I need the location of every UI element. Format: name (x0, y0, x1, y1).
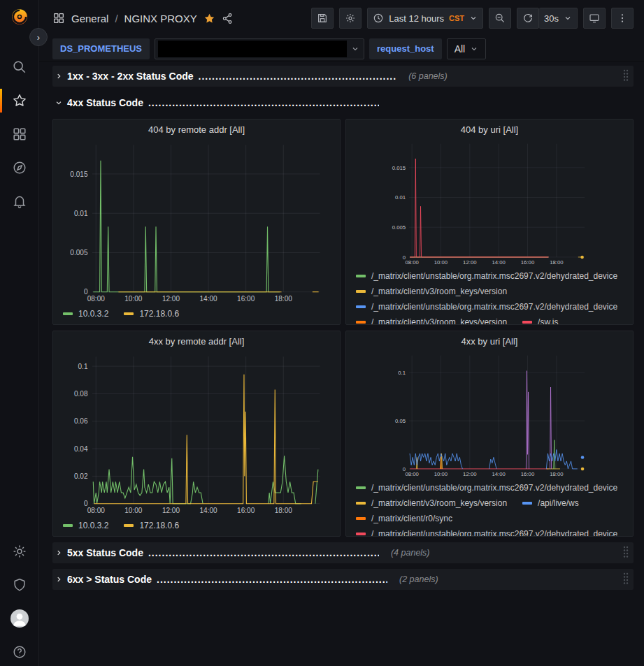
sidebar-item-dashboards[interactable] (0, 126, 39, 143)
gear-icon (12, 544, 27, 559)
row-header-1xx-3xx-2xx[interactable]: 1xx - 3xx - 2xx Status Code ............… (52, 66, 634, 87)
row-drag-handle[interactable] (622, 545, 629, 560)
panel-title[interactable]: 404 by uri [All] (346, 120, 633, 140)
x-tick-label: 14:00 (492, 471, 505, 477)
sidebar-expand-button[interactable]: › (29, 28, 48, 46)
x-tick-label: 18:00 (550, 259, 563, 266)
row-header-6xx[interactable]: 6xx > Status Code ......................… (52, 569, 634, 590)
sidebar-item-explore[interactable] (0, 159, 39, 176)
chart-canvas: 00.050.108:0010:0012:0014:0016:0018:00 (346, 352, 633, 479)
refresh-interval-value: 30s (544, 13, 559, 24)
row-panel-count: (2 panels) (399, 574, 438, 584)
more-options-button[interactable] (611, 8, 634, 29)
breadcrumb-section[interactable]: General (71, 13, 108, 24)
legend-item[interactable]: /_matrix/client/r0/sync (356, 514, 452, 523)
legend-item[interactable]: /_matrix/client/v3/room_keys/version (356, 317, 507, 324)
zoom-out-time-button[interactable] (489, 8, 511, 29)
refresh-interval-dropdown[interactable]: 30s (539, 8, 578, 29)
row-header-4xx[interactable]: 4xx Status Code ........................… (52, 92, 634, 113)
chevron-down-icon (564, 14, 572, 22)
legend-item[interactable]: /api/live/ws (522, 498, 579, 508)
search-icon (12, 59, 27, 75)
row-drag-handle[interactable] (622, 68, 629, 84)
gear-icon (345, 13, 356, 24)
legend-color-swatch (63, 524, 73, 527)
legend-item[interactable]: 10.0.3.2 (63, 309, 108, 319)
panel-title[interactable]: 4xx by uri [All] (346, 331, 633, 352)
y-tick-label: 0.015 (392, 165, 406, 171)
legend-color-swatch (356, 533, 366, 535)
zoom-out-icon (494, 13, 506, 24)
series-line (269, 456, 301, 504)
y-tick-label: 0.06 (74, 417, 88, 425)
chevron-right-icon (55, 549, 62, 556)
variable-label-request-host[interactable]: request_host (369, 38, 442, 59)
sidebar-item-starred[interactable] (0, 92, 39, 109)
dashboard-scroll-area: 1xx - 3xx - 2xx Status Code ............… (39, 61, 644, 666)
legend-item[interactable]: 172.18.0.6 (124, 521, 179, 530)
panel-title[interactable]: 404 by remote addr [All] (53, 120, 340, 140)
panel-4xx-by-uri: 4xx by uri [All] 00.050.108:0010:0012:00… (345, 331, 634, 537)
legend-item[interactable]: /_matrix/client/unstable/org.matrix.msc2… (356, 271, 617, 281)
panel-legend: /_matrix/client/unstable/org.matrix.msc2… (346, 479, 633, 536)
row-leader-dots: ........................................… (157, 574, 387, 585)
timeseries-chart[interactable]: 00.0050.010.01508:0010:0012:0014:0016:00… (346, 140, 633, 267)
timeseries-chart[interactable]: 00.020.040.060.080.108:0010:0012:0014:00… (53, 352, 340, 516)
dashboard-settings-button[interactable] (339, 8, 362, 29)
legend-item[interactable]: 172.18.0.6 (124, 309, 179, 319)
legend-item[interactable]: /_matrix/client/unstable/org.matrix.msc2… (356, 302, 617, 312)
legend-item[interactable]: /_matrix/client/v3/room_keys/version (356, 287, 507, 296)
sidebar-item-settings[interactable] (0, 543, 39, 560)
sidebar-item-help[interactable] (0, 644, 39, 660)
sidebar-item-server-admin[interactable] (0, 577, 39, 593)
favorite-star-icon[interactable] (203, 13, 215, 24)
clock-icon (373, 13, 384, 24)
legend-label: /sw.js (538, 317, 558, 324)
timeseries-chart[interactable]: 00.0050.010.01508:0010:0012:0014:0016:00… (53, 140, 340, 305)
page-title[interactable]: NGINX PROXY (124, 13, 197, 24)
legend-row: /_matrix/client/unstable/org.matrix.msc2… (356, 268, 623, 284)
legend-row: 10.0.3.2172.18.0.6 (63, 306, 330, 321)
x-tick-label: 16:00 (521, 259, 534, 266)
chart-canvas: 00.0050.010.01508:0010:0012:0014:0016:00… (346, 140, 633, 267)
panel-404-by-remote-addr: 404 by remote addr [All] 00.0050.010.015… (52, 119, 341, 325)
variable-selected-value: All (455, 43, 466, 55)
x-tick-label: 10:00 (434, 259, 448, 266)
row-drag-handle[interactable] (622, 572, 629, 587)
variable-value-request-host[interactable]: All (447, 38, 487, 59)
legend-label: 172.18.0.6 (139, 309, 179, 319)
x-tick-label: 08:00 (87, 295, 106, 303)
tv-mode-button[interactable] (583, 8, 606, 29)
legend-item[interactable]: /_matrix/client/unstable/org.matrix.msc2… (356, 529, 617, 536)
legend-item[interactable]: /_matrix/client/unstable/org.matrix.msc2… (356, 483, 617, 493)
sidebar-item-profile[interactable] (0, 610, 39, 627)
legend-item[interactable]: /_matrix/client/v3/room_keys/version (356, 498, 507, 508)
legend-color-swatch (356, 275, 366, 277)
panel-legend: /_matrix/client/unstable/org.matrix.msc2… (346, 267, 633, 324)
x-tick-label: 18:00 (275, 295, 293, 303)
refresh-button-group: 30s (517, 8, 578, 29)
grafana-logo[interactable] (0, 8, 39, 25)
person-icon (10, 609, 29, 628)
legend-row: /_matrix/client/v3/room_keys/version (356, 284, 623, 299)
sidebar-item-alerting[interactable] (0, 193, 39, 210)
legend-item[interactable]: /sw.js (522, 317, 558, 324)
time-range-picker[interactable]: Last 12 hours CST (367, 8, 483, 29)
avatar (10, 609, 29, 628)
legend-label: /_matrix/client/unstable/org.matrix.msc2… (371, 271, 617, 281)
sidebar-item-search[interactable] (0, 59, 39, 75)
chevron-down-icon (351, 45, 359, 53)
panel-title[interactable]: 4xx by remote addr [All] (53, 331, 340, 352)
variable-value-ds-prometheus[interactable] (155, 38, 364, 59)
sidebar: › (0, 0, 39, 666)
breadcrumb-separator: / (115, 13, 117, 24)
bell-icon (12, 194, 27, 209)
refresh-button[interactable] (517, 8, 539, 29)
share-icon[interactable] (222, 13, 234, 24)
legend-color-swatch (356, 486, 366, 489)
row-header-5xx[interactable]: 5xx Status Code ........................… (52, 542, 634, 563)
variable-label-ds-prometheus[interactable]: DS_PROMETHEUS (52, 38, 150, 59)
timeseries-chart[interactable]: 00.050.108:0010:0012:0014:0016:0018:00 (346, 352, 633, 479)
save-dashboard-button[interactable] (311, 8, 334, 29)
legend-item[interactable]: 10.0.3.2 (63, 521, 108, 530)
